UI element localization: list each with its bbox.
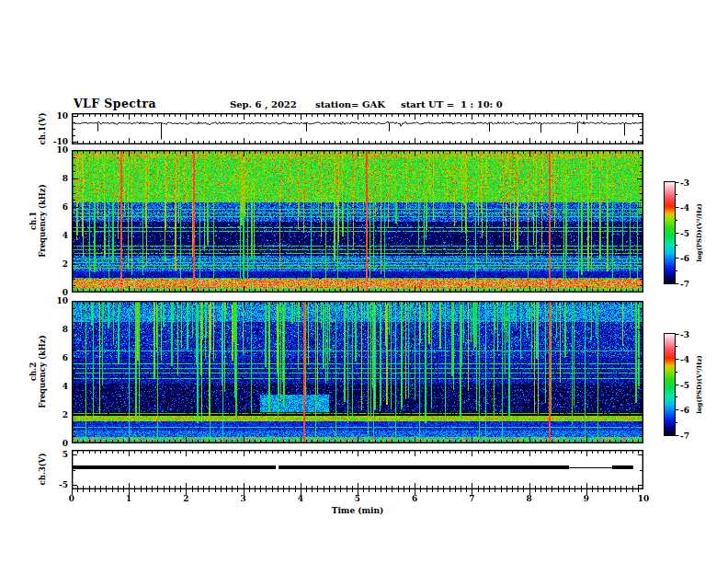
ch1-spec-y-tick-label: 8 — [50, 174, 68, 183]
frequency-label-line: Frequency (kHz) — [38, 335, 47, 408]
colorbar-ch1-label: log(PSD)(V²/Hz) — [695, 203, 704, 262]
colorbar1-tick-label: -6 — [680, 254, 689, 263]
colorbar-ch2 — [664, 333, 680, 436]
colorbar2-tick-label: -3 — [680, 330, 689, 339]
colorbar1-tick-label: -4 — [680, 203, 689, 213]
page-title: VLF Spectra — [74, 97, 156, 110]
ch1-spec-y-tick-label: 10 — [50, 145, 68, 155]
colorbar-ch2-label: log(PSD)(V²/Hz) — [695, 355, 704, 414]
ch2-spec-y-tick-label: 2 — [50, 410, 68, 419]
frequency-label-line: Frequency (kHz) — [38, 184, 47, 257]
vlf-spectra-figure: VLF Spectra Sep. 6 , 2022 station= GAK s… — [0, 0, 728, 563]
colorbar2-tick-label: -5 — [680, 381, 689, 390]
ch1-voltage-y-tick-label: -10 — [50, 137, 68, 146]
x-tick-label: 6 — [412, 494, 417, 503]
x-tick-label: 0 — [69, 494, 74, 503]
ch2-spec-y-tick-label: 8 — [50, 325, 68, 334]
ch3-voltage-ylabel: ch.3(V) — [39, 454, 48, 486]
x-tick-label: 9 — [584, 494, 589, 503]
x-tick-label: 4 — [298, 494, 303, 503]
colorbar1-tick-label: -7 — [680, 280, 689, 289]
x-tick-label: 2 — [183, 494, 188, 503]
ch2-spec-y-tick-label: 0 — [50, 439, 68, 448]
ch1-voltage-y-tick-label: 10 — [50, 111, 68, 121]
ch1-spec-y-tick-label: 4 — [50, 231, 68, 240]
colorbar2-tick-label: -6 — [680, 406, 689, 415]
colorbar1-tick-label: -5 — [680, 229, 689, 238]
ch3-voltage-ylabel-text: ch.3(V) — [38, 454, 47, 486]
ch1-voltage-waveform-panel — [72, 113, 643, 144]
ch2-spectrogram-ylabel: ch.2 Frequency (kHz) — [29, 335, 47, 408]
date-label: Sep. 6 , 2022 — [230, 99, 297, 109]
colorbar2-tick-label: -7 — [680, 431, 689, 441]
x-tick-label: 1 — [126, 494, 131, 503]
x-tick-label: 3 — [240, 494, 245, 503]
ch1-voltage-ylabel-text: ch.1(V) — [38, 113, 47, 145]
start-ut-label: start UT = 1 : 10: 0 — [401, 99, 503, 109]
ch3-voltage-panel — [72, 450, 643, 489]
ch1-voltage-ylabel: ch.1(V) — [39, 113, 48, 145]
ch2-spec-y-tick-label: 4 — [50, 382, 68, 391]
x-axis-title: Time (min) — [332, 506, 384, 515]
colorbar-ch1 — [664, 181, 680, 284]
colorbar2-tick-label: -4 — [680, 355, 689, 364]
ch3-voltage-y-tick-label: 5 — [50, 450, 68, 459]
ch1-spec-y-tick-label: 2 — [50, 259, 68, 269]
ch2-spectrogram-panel — [72, 301, 643, 443]
ch1-spectrogram-panel — [72, 150, 643, 293]
x-tick-label: 5 — [355, 494, 360, 503]
ch1-spec-y-tick-label: 6 — [50, 202, 68, 212]
x-tick-label: 8 — [526, 494, 531, 503]
ch2-spec-y-tick-label: 10 — [50, 296, 68, 305]
station-label: station= GAK — [315, 99, 385, 109]
x-tick-label: 7 — [469, 494, 474, 503]
ch1-spectrogram-ylabel: ch.1 Frequency (kHz) — [29, 184, 47, 257]
x-tick-label: 10 — [638, 494, 650, 503]
ch2-spec-y-tick-label: 6 — [50, 353, 68, 362]
ch3-voltage-y-tick-label: -5 — [50, 480, 68, 489]
colorbar1-tick-label: -3 — [680, 178, 689, 188]
